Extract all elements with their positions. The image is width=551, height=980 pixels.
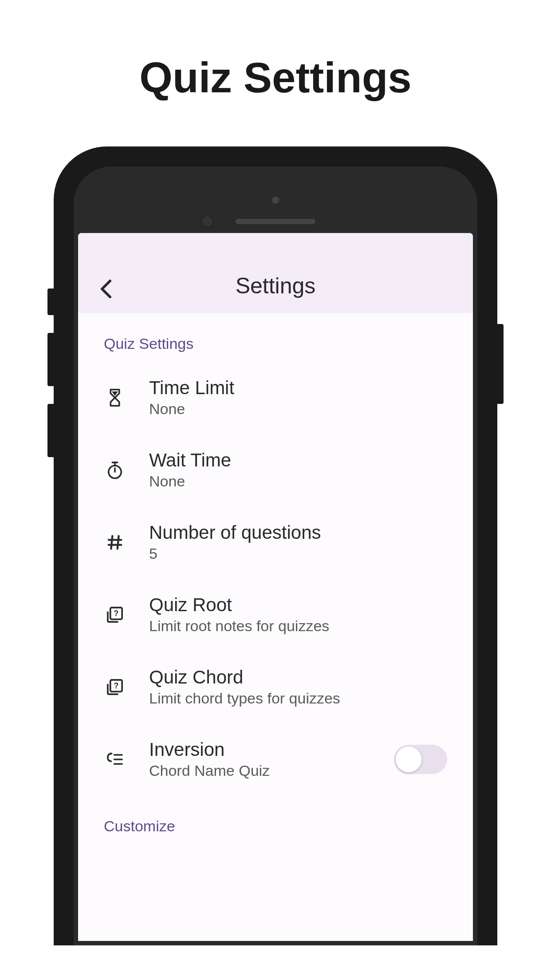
phone-volume-up <box>47 333 54 386</box>
setting-subtitle: Limit root notes for quizzes <box>149 617 447 635</box>
setting-quiz-root[interactable]: ? Quiz Root Limit root notes for quizzes <box>78 578 473 651</box>
quiz-card-icon: ? <box>104 604 126 626</box>
setting-inversion[interactable]: Inversion Chord Name Quiz <box>78 723 473 795</box>
setting-quiz-chord[interactable]: ? Quiz Chord Limit chord types for quizz… <box>78 651 473 723</box>
setting-wait-time[interactable]: Wait Time None <box>78 434 473 506</box>
phone-speaker <box>236 219 315 224</box>
setting-subtitle: None <box>149 400 447 418</box>
quiz-card-icon: ? <box>104 676 126 698</box>
hash-icon <box>104 531 126 553</box>
setting-title: Number of questions <box>149 522 447 543</box>
hourglass-icon <box>104 387 126 409</box>
nav-header: Settings <box>78 233 473 313</box>
setting-title: Inversion <box>149 739 394 760</box>
section-header-quiz-settings: Quiz Settings <box>78 313 473 361</box>
setting-title: Time Limit <box>149 377 447 399</box>
page-title: Quiz Settings <box>0 53 551 102</box>
section-header-customize: Customize <box>78 795 473 844</box>
svg-text:?: ? <box>114 609 119 617</box>
phone-mockup: Settings Quiz Settings Time Limit None <box>54 146 497 945</box>
inversion-toggle[interactable] <box>394 745 447 774</box>
chevron-left-icon <box>98 278 114 300</box>
phone-power-button <box>497 324 504 404</box>
inversion-icon <box>104 748 126 771</box>
back-button[interactable] <box>98 278 114 300</box>
svg-text:?: ? <box>114 681 119 690</box>
setting-title: Quiz Root <box>149 594 447 616</box>
setting-title: Wait Time <box>149 450 447 471</box>
app-screen: Settings Quiz Settings Time Limit None <box>78 233 473 941</box>
setting-subtitle: Chord Name Quiz <box>149 762 394 779</box>
toggle-knob <box>396 747 421 772</box>
phone-mute-button <box>47 288 54 315</box>
phone-volume-down <box>47 404 54 457</box>
setting-title: Quiz Chord <box>149 667 447 688</box>
timer-icon <box>104 459 126 481</box>
setting-number-of-questions[interactable]: Number of questions 5 <box>78 506 473 578</box>
phone-camera <box>201 215 214 228</box>
setting-subtitle: 5 <box>149 545 447 562</box>
setting-subtitle: None <box>149 473 447 490</box>
setting-time-limit[interactable]: Time Limit None <box>78 361 473 434</box>
setting-subtitle: Limit chord types for quizzes <box>149 690 447 707</box>
phone-sensor <box>272 197 279 204</box>
nav-title: Settings <box>78 273 473 299</box>
